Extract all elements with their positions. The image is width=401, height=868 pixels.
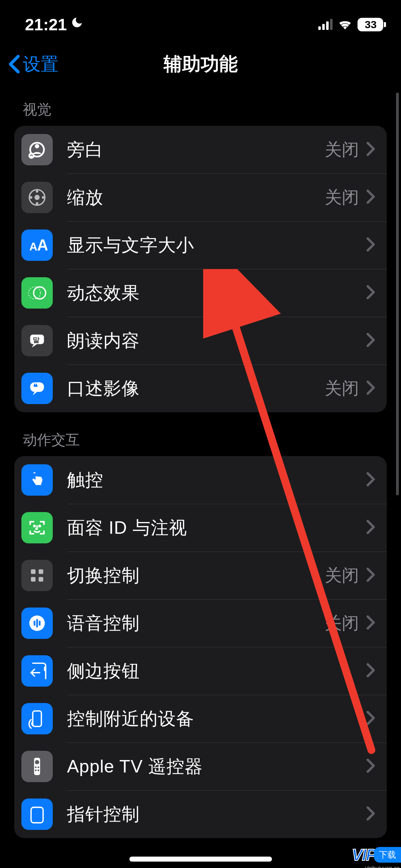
chevron-right-icon — [365, 568, 376, 583]
row-appletv-remote[interactable]: Apple TV 遥控器 — [14, 743, 387, 790]
row-label: Apple TV 遥控器 — [67, 755, 365, 779]
touch-icon — [21, 464, 53, 496]
chevron-right-icon — [365, 663, 376, 679]
row-value: 关闭 — [325, 186, 359, 209]
svg-point-8 — [42, 196, 44, 198]
svg-point-6 — [36, 202, 38, 205]
chevron-right-icon — [365, 806, 376, 822]
row-touch[interactable]: 触控 — [14, 456, 387, 504]
chevron-left-icon — [7, 55, 21, 73]
group-visual: 旁白 关闭 缩放 关闭 AA 显示与文字大小 动态效果 — [14, 126, 387, 412]
row-audio-desc[interactable]: ❝ 口述影像 关闭 — [14, 365, 387, 412]
speech-bubble-icon: 말 — [21, 325, 53, 356]
voice-control-icon — [21, 608, 53, 639]
svg-rect-28 — [33, 711, 41, 727]
status-left: 21:21 — [25, 15, 83, 34]
svg-point-4 — [35, 195, 40, 200]
watermark: VIP 下载 viphuiyuan.cc — [352, 845, 401, 864]
row-value: 关闭 — [325, 564, 359, 587]
back-button[interactable]: 设置 — [7, 52, 58, 76]
chevron-right-icon — [365, 333, 376, 348]
row-label: 缩放 — [67, 186, 325, 210]
face-id-icon — [21, 512, 53, 543]
row-label: 旁白 — [67, 138, 325, 162]
row-label: 动态效果 — [67, 281, 365, 305]
svg-rect-21 — [31, 577, 36, 582]
row-zoom[interactable]: 缩放 关闭 — [14, 174, 387, 221]
pointer-control-icon — [21, 799, 53, 830]
chevron-right-icon — [365, 472, 376, 488]
row-value: 关闭 — [325, 377, 359, 400]
row-motion[interactable]: 动态效果 — [14, 269, 387, 317]
clock-text: 21:21 — [25, 15, 67, 34]
row-label: 指针控制 — [67, 802, 365, 826]
row-value: 关闭 — [325, 612, 359, 635]
row-voice-ctrl[interactable]: 语音控制 关闭 — [14, 599, 387, 647]
svg-point-7 — [30, 196, 32, 198]
row-nearby-ctrl[interactable]: 控制附近的设备 — [14, 695, 387, 743]
row-display-text[interactable]: AA 显示与文字大小 — [14, 221, 387, 269]
text-size-icon: AA — [21, 229, 53, 261]
row-label: 面容 ID 与注视 — [67, 516, 365, 540]
row-label: 触控 — [67, 468, 365, 492]
battery-indicator: 33 — [358, 18, 383, 31]
scroll-indicator[interactable] — [396, 93, 399, 495]
row-face-id[interactable]: 面容 ID 与注视 — [14, 504, 387, 552]
row-label: 侧边按钮 — [67, 659, 365, 683]
svg-point-30 — [35, 760, 39, 764]
chevron-right-icon — [365, 615, 376, 631]
row-label: 朗读内容 — [67, 329, 365, 353]
chevron-right-icon — [365, 759, 376, 774]
svg-rect-26 — [39, 621, 41, 626]
row-pointer-ctrl[interactable]: 指针控制 — [14, 790, 387, 838]
content-scroll[interactable]: 视觉 旁白 关闭 缩放 关闭 AA 显示与文字大小 — [0, 89, 401, 838]
svg-rect-24 — [34, 621, 35, 626]
home-indicator[interactable] — [129, 857, 272, 862]
row-voiceover[interactable]: 旁白 关闭 — [14, 126, 387, 174]
svg-rect-35 — [31, 807, 43, 823]
row-switch-ctrl[interactable]: 切换控制 关闭 — [14, 552, 387, 599]
row-side-button[interactable]: 侧边按钮 — [14, 647, 387, 695]
status-bar: 21:21 33 — [0, 0, 401, 39]
svg-text:A: A — [29, 241, 37, 253]
svg-point-2 — [29, 153, 35, 159]
watermark-dl: 下载 — [374, 847, 401, 863]
svg-rect-22 — [38, 577, 43, 582]
watermark-url: viphuiyuan.cc — [365, 865, 400, 868]
status-right: 33 — [318, 18, 383, 31]
row-label: 控制附近的设备 — [67, 707, 365, 731]
chevron-right-icon — [365, 285, 376, 301]
cellular-icon — [318, 19, 333, 30]
chevron-right-icon — [365, 520, 376, 536]
zoom-icon — [21, 182, 53, 213]
svg-point-18 — [39, 525, 40, 527]
svg-point-32 — [37, 766, 39, 768]
nav-bar: 设置 辅助功能 — [0, 39, 401, 89]
svg-text:A: A — [37, 237, 47, 254]
chevron-right-icon — [365, 237, 376, 253]
dnd-moon-icon — [71, 16, 83, 32]
svg-point-31 — [35, 766, 37, 768]
section-header-visual: 视觉 — [14, 89, 387, 126]
appletv-remote-icon — [21, 751, 53, 782]
row-label: 显示与文字大小 — [67, 233, 365, 257]
quote-bubble-icon: ❝ — [21, 373, 53, 404]
svg-text:❝: ❝ — [33, 382, 38, 392]
row-spoken[interactable]: 말 朗读内容 — [14, 317, 387, 365]
wifi-icon — [338, 18, 353, 31]
chevron-right-icon — [365, 142, 376, 157]
svg-point-1 — [35, 144, 39, 148]
side-button-icon — [21, 655, 53, 687]
chevron-right-icon — [365, 190, 376, 205]
nearby-devices-icon — [21, 703, 53, 734]
svg-point-12 — [34, 287, 46, 299]
group-interaction: 触控 面容 ID 与注视 切换控制 关闭 语音控制 关闭 — [14, 456, 387, 838]
chevron-right-icon — [365, 381, 376, 396]
grid-icon — [21, 560, 53, 591]
chevron-right-icon — [365, 711, 376, 727]
row-value: 关闭 — [325, 138, 359, 161]
svg-point-33 — [35, 769, 37, 771]
back-label: 设置 — [23, 52, 58, 76]
page-title: 辅助功能 — [164, 52, 238, 77]
svg-rect-25 — [36, 619, 38, 627]
